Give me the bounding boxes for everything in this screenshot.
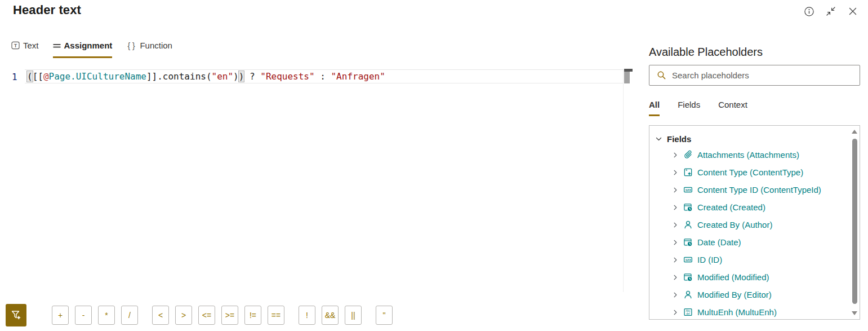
tree-item-created-by[interactable]: Created By (Author) [655,216,845,233]
tree-item-content-type-id[interactable]: 123 Content Type ID (ContentTypeId) [655,181,845,198]
operator-and-button[interactable]: && [322,306,339,325]
tab-text[interactable]: T Text [11,41,39,58]
tree-item-created[interactable]: Created (Created) [655,198,845,216]
operator-plus-button[interactable]: + [52,306,69,325]
placeholders-sidebar: Available Placeholders All Fields Contex… [649,46,860,320]
tab-assignment[interactable]: Assignment [53,41,113,58]
header-text-dialog: Header text [0,0,868,331]
scroll-up-arrow-icon[interactable] [852,130,857,134]
operator-quote-button[interactable]: " [376,306,393,325]
operator-divide-button[interactable]: / [121,306,138,325]
calendar-clock-icon [683,202,693,212]
chevron-right-icon [672,309,679,316]
code-token: ]] [146,71,157,82]
code-editor[interactable]: 1 ([[@Page.UICultureName]].contains("en"… [0,67,632,293]
operator-lt-button[interactable]: < [152,306,169,325]
panel-scrollbar-thumb[interactable] [852,139,857,304]
logical-operators-group: ! && || [299,306,362,325]
quote-group: " [376,306,393,325]
placeholder-tree-panel: Fields Attachments (Attachments) * [649,125,860,320]
multiline-text-icon: Abc def [683,307,693,317]
person-icon [683,220,693,230]
info-icon [804,6,814,17]
tree-item-label: Content Type ID (ContentTypeId) [697,185,821,195]
line-number: 1 [12,72,17,82]
tab-assignment-label: Assignment [64,41,113,50]
operator-toolbar: + - * / < > <= >= != == ! && || " [6,304,393,326]
tab-function-label: Function [140,41,172,50]
tree-item-label: ID (ID) [697,255,722,264]
tree-item-modified[interactable]: Modified (Modified) [655,268,845,286]
code-token: [[ [33,71,43,82]
code-token: Page.UICultureName [49,71,146,82]
close-button[interactable] [844,3,861,20]
operator-gte-button[interactable]: >= [221,306,238,325]
tab-context[interactable]: Context [718,100,747,116]
placeholder-filter-tabs: All Fields Context [649,100,860,116]
code-token: "Anfragen" [331,71,385,82]
operator-not-button[interactable]: ! [299,306,315,325]
sidebar-title: Available Placeholders [649,46,860,59]
chevron-right-icon [672,204,679,211]
operator-or-button[interactable]: || [345,306,362,325]
tree-item-label: Attachments (Attachments) [697,150,799,160]
tree-group-label: Fields [667,134,691,144]
scroll-down-arrow-icon[interactable] [852,311,857,315]
tree-item-multuenh[interactable]: Abc def MultuEnh (MultuEnh) [655,303,845,320]
chevron-right-icon [672,292,679,298]
editor-scrollbar-thumb[interactable] [624,72,630,83]
person-icon [683,290,693,299]
operator-lte-button[interactable]: <= [198,306,215,325]
code-line[interactable]: ([[@Page.UICultureName]].contains("en"))… [27,71,385,82]
chevron-right-icon [672,187,679,193]
tree-item-date[interactable]: Date (Date) [655,233,845,251]
placeholder-search-box[interactable] [649,65,860,86]
tree-item-label: Date (Date) [697,237,741,247]
page-title: Header text [13,3,81,17]
assignment-icon [53,42,61,49]
arithmetic-operators-group: + - * / [52,306,138,325]
chevron-right-icon [672,169,679,176]
function-braces-icon: { } [126,41,136,50]
editor-scrollbar[interactable] [623,69,632,292]
placeholder-tree: Fields Attachments (Attachments) * [649,126,860,320]
svg-text:T: T [14,43,17,48]
collapse-button[interactable] [822,3,839,20]
code-token: : [315,71,331,82]
tree-item-content-type[interactable]: * Content Type (ContentType) [655,164,845,181]
operator-eq-button[interactable]: == [268,306,284,325]
tree-item-modified-by[interactable]: Modified By (Editor) [655,286,845,303]
collapse-icon [826,6,836,16]
operator-gt-button[interactable]: > [175,306,192,325]
comparison-operators-group: < > <= >= != == [152,306,284,325]
number-field-icon: 123 [683,255,693,264]
tab-all[interactable]: All [649,100,660,116]
calendar-clock-icon [683,237,693,247]
tab-text-label: Text [23,41,39,50]
placeholder-panel-scrollbar[interactable] [850,126,860,319]
chevron-right-icon [672,222,679,228]
operator-multiply-button[interactable]: * [98,306,115,325]
close-icon [848,7,857,16]
tree-item-label: Content Type (ContentType) [697,167,803,177]
operator-neq-button[interactable]: != [244,306,261,325]
tab-function[interactable]: { } Function [126,41,172,58]
tree-item-id[interactable]: 123 ID (ID) [655,251,845,268]
operator-minus-button[interactable]: - [75,306,92,325]
tree-item-attachments[interactable]: Attachments (Attachments) [655,146,845,164]
svg-text:{ }: { } [128,41,136,50]
tab-fields[interactable]: Fields [678,100,700,116]
paperclip-icon [683,150,693,160]
tree-item-label: Created (Created) [697,202,765,212]
editor-mode-tabs: T Text Assignment { } Function [11,41,172,58]
code-token: ) [239,71,244,82]
tree-group-fields[interactable]: Fields [655,131,845,146]
info-button[interactable] [800,3,817,20]
filter-button[interactable] [6,304,26,326]
titlebar-actions [800,3,861,20]
search-input[interactable] [672,70,855,80]
search-icon [657,70,666,80]
calendar-clock-icon [683,272,693,282]
code-token: ? [244,71,260,82]
svg-text:123: 123 [686,188,692,192]
